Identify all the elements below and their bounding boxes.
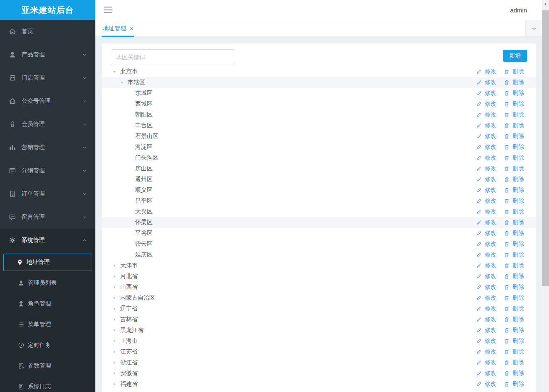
- delete-link[interactable]: 删除: [504, 305, 524, 312]
- delete-link[interactable]: 删除: [504, 251, 524, 259]
- delete-link[interactable]: 删除: [504, 154, 524, 162]
- delete-link[interactable]: 删除: [504, 111, 524, 119]
- sidebar-item-wechat[interactable]: 公众号管理: [0, 90, 95, 113]
- delete-link[interactable]: 删除: [504, 219, 524, 226]
- sidebar-item-orders[interactable]: 订单管理: [0, 182, 95, 206]
- edit-link[interactable]: 修改: [476, 186, 496, 194]
- delete-link[interactable]: 删除: [504, 143, 524, 151]
- tree-row[interactable]: 天津市修改删除: [102, 260, 536, 271]
- tree-row[interactable]: 房山区修改删除: [102, 163, 536, 174]
- edit-link[interactable]: 修改: [476, 337, 496, 345]
- sidebar-item-system[interactable]: 系统管理: [0, 229, 95, 252]
- tree-row[interactable]: 辽宁省修改删除: [102, 303, 536, 314]
- tree-row[interactable]: 东城区修改删除: [102, 88, 536, 99]
- tree-row[interactable]: 福建省修改删除: [102, 379, 536, 390]
- sidebar-item-products[interactable]: 产品管理: [0, 43, 95, 66]
- edit-link[interactable]: 修改: [476, 327, 496, 334]
- delete-link[interactable]: 删除: [504, 283, 524, 291]
- tree-row[interactable]: 江苏省修改删除: [102, 346, 536, 357]
- tree-row[interactable]: 朝阳区修改删除: [102, 109, 536, 120]
- sidebar-item-cron[interactable]: 定时任务: [0, 335, 95, 356]
- caret-right-icon[interactable]: [112, 295, 117, 300]
- tree-row[interactable]: 通州区修改删除: [102, 174, 536, 185]
- sidebar-item-distribution[interactable]: 分销管理: [0, 159, 95, 182]
- tree-row[interactable]: 浙江省修改删除: [102, 357, 536, 368]
- add-button[interactable]: 新增: [503, 50, 527, 62]
- caret-right-icon[interactable]: [112, 360, 117, 365]
- edit-link[interactable]: 修改: [476, 154, 496, 162]
- edit-link[interactable]: 修改: [476, 305, 496, 312]
- caret-right-icon[interactable]: [112, 263, 117, 268]
- tabbar-collapse-button[interactable]: [525, 20, 542, 36]
- delete-link[interactable]: 删除: [504, 380, 524, 388]
- tree-row[interactable]: 西城区修改删除: [102, 99, 536, 109]
- caret-right-icon[interactable]: [112, 274, 117, 279]
- tree-row[interactable]: 吉林省修改删除: [102, 314, 536, 325]
- delete-link[interactable]: 删除: [504, 165, 524, 172]
- caret-right-icon[interactable]: [112, 285, 117, 290]
- delete-link[interactable]: 删除: [504, 68, 524, 75]
- caret-right-icon[interactable]: [112, 382, 117, 387]
- tree-row[interactable]: 大兴区修改删除: [102, 206, 536, 217]
- edit-link[interactable]: 修改: [476, 143, 496, 151]
- edit-link[interactable]: 修改: [476, 370, 496, 377]
- delete-link[interactable]: 删除: [504, 359, 524, 366]
- caret-right-icon[interactable]: [112, 371, 117, 376]
- sidebar-item-stores[interactable]: 门店管理: [0, 66, 95, 90]
- edit-link[interactable]: 修改: [476, 240, 496, 248]
- tab-address-management[interactable]: 地址管理 ×: [102, 20, 134, 36]
- edit-link[interactable]: 修改: [476, 90, 496, 97]
- tree-row[interactable]: 黑龙江省修改删除: [102, 325, 536, 336]
- sidebar-item-marketing[interactable]: 营销管理: [0, 136, 95, 159]
- delete-link[interactable]: 删除: [504, 176, 524, 183]
- caret-right-icon[interactable]: [112, 317, 117, 322]
- sidebar-item-roles[interactable]: 角色管理: [0, 293, 95, 314]
- caret-right-icon[interactable]: [112, 306, 117, 311]
- menu-toggle-icon[interactable]: [104, 7, 112, 13]
- delete-link[interactable]: 删除: [504, 79, 524, 86]
- search-input[interactable]: [111, 49, 235, 65]
- tree-row[interactable]: 海淀区修改删除: [102, 142, 536, 152]
- tree-row[interactable]: 丰台区修改删除: [102, 120, 536, 131]
- delete-link[interactable]: 删除: [504, 197, 524, 205]
- edit-link[interactable]: 修改: [476, 262, 496, 269]
- current-user[interactable]: admin: [510, 7, 527, 14]
- tree-row[interactable]: 门头沟区修改删除: [102, 152, 536, 163]
- delete-link[interactable]: 删除: [504, 133, 524, 140]
- delete-link[interactable]: 删除: [504, 230, 524, 237]
- edit-link[interactable]: 修改: [476, 283, 496, 291]
- tree-row[interactable]: 延庆区修改删除: [102, 249, 536, 260]
- tree-row[interactable]: 安徽省修改删除: [102, 368, 536, 379]
- delete-link[interactable]: 删除: [504, 294, 524, 302]
- sidebar-item-members[interactable]: 会员管理: [0, 113, 95, 136]
- sidebar-item-menus[interactable]: 菜单管理: [0, 314, 95, 335]
- tree-row[interactable]: 昌平区修改删除: [102, 196, 536, 206]
- sidebar-item-messages[interactable]: 留言管理: [0, 206, 95, 229]
- caret-down-icon[interactable]: [112, 69, 117, 74]
- sidebar-item-logs[interactable]: 系统日志: [0, 376, 95, 392]
- edit-link[interactable]: 修改: [476, 230, 496, 237]
- tree-row[interactable]: 上海市修改删除: [102, 336, 536, 346]
- caret-right-icon[interactable]: [112, 328, 117, 333]
- delete-link[interactable]: 删除: [504, 273, 524, 280]
- edit-link[interactable]: 修改: [476, 111, 496, 119]
- edit-link[interactable]: 修改: [476, 294, 496, 302]
- delete-link[interactable]: 删除: [504, 337, 524, 345]
- tree-row[interactable]: 河北省修改删除: [102, 271, 536, 282]
- caret-down-icon[interactable]: [119, 80, 124, 85]
- edit-link[interactable]: 修改: [476, 348, 496, 356]
- edit-link[interactable]: 修改: [476, 208, 496, 215]
- edit-link[interactable]: 修改: [476, 100, 496, 108]
- delete-link[interactable]: 删除: [504, 186, 524, 194]
- delete-link[interactable]: 删除: [504, 370, 524, 377]
- edit-link[interactable]: 修改: [476, 79, 496, 86]
- edit-link[interactable]: 修改: [476, 68, 496, 75]
- edit-link[interactable]: 修改: [476, 165, 496, 172]
- sidebar-item-admins[interactable]: 管理员列表: [0, 273, 95, 293]
- delete-link[interactable]: 删除: [504, 262, 524, 269]
- sidebar-item-address[interactable]: 地址管理: [3, 254, 92, 271]
- edit-link[interactable]: 修改: [476, 197, 496, 205]
- scrollbar-thumb[interactable]: [542, 10, 549, 286]
- edit-link[interactable]: 修改: [476, 176, 496, 183]
- tree-row[interactable]: 山西省修改删除: [102, 282, 536, 293]
